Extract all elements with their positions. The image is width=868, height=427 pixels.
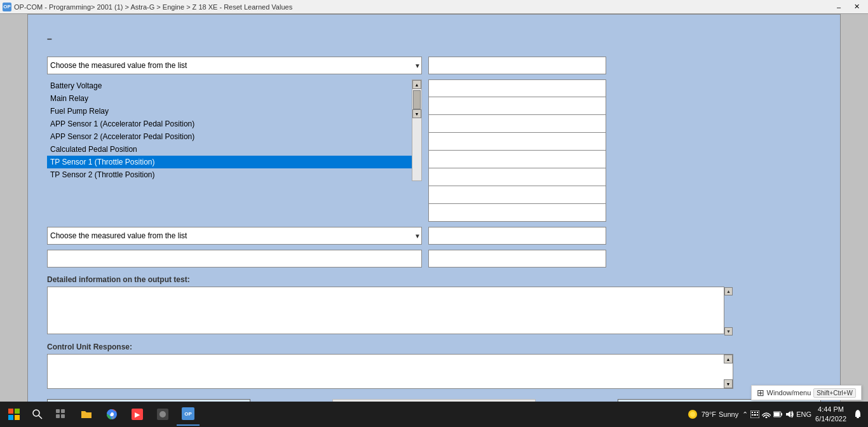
close-button[interactable]: ✕ (848, 1, 865, 13)
detail-section: Detailed information on the output test:… (47, 275, 821, 336)
list-item[interactable]: APP Sensor 1 (Accelerator Pedal Position… (47, 118, 412, 130)
detail-scroll-down-button[interactable]: ▼ (724, 327, 733, 336)
network-icon (762, 410, 771, 418)
text-input-row (47, 250, 821, 268)
svg-rect-20 (754, 412, 756, 413)
title-bar: OP OP-COM - Programming> 2001 (1) > Astr… (0, 0, 868, 14)
control-unit-label: Control Unit Response: (47, 342, 821, 351)
svg-text:▶: ▶ (135, 411, 140, 418)
app-icon: OP (3, 3, 11, 11)
tooltip-text: Window/menu (767, 389, 811, 396)
svg-rect-22 (752, 414, 753, 416)
svg-point-25 (766, 417, 768, 419)
taskbar-icon-task-view[interactable] (50, 403, 72, 426)
taskbar: ▶ OP ⊞ Window/menu Shift+Ctrl+W 79°F Sun… (0, 402, 868, 427)
scroll-up-button[interactable]: ▲ (412, 80, 421, 89)
svg-rect-21 (757, 412, 758, 413)
date-display: 6/14/2022 (815, 414, 846, 424)
svg-rect-1 (15, 409, 20, 414)
value-box-calc (428, 168, 606, 186)
row-second-dropdown: Choose the measured value from the list … (47, 227, 821, 245)
volume-icon (785, 410, 794, 419)
minimize-indicator[interactable]: – (47, 34, 821, 44)
taskbar-icon-app1[interactable]: ▶ (126, 403, 149, 426)
taskbar-icon-app2[interactable] (151, 403, 174, 426)
keyboard-icon (750, 410, 759, 418)
window-menu-tooltip: ⊞ Window/menu Shift+Ctrl+W (751, 385, 862, 400)
list-scrollbar: ▲ ▼ (412, 79, 422, 181)
taskbar-icon-chrome[interactable] (100, 403, 123, 426)
value-box-1 (428, 57, 606, 74)
svg-rect-28 (774, 412, 780, 416)
opcom-taskbar-item[interactable]: OP (177, 403, 200, 426)
list-item[interactable]: Calculated Pedal Position (47, 143, 412, 156)
chevron-up-icon[interactable]: ⌃ (742, 410, 748, 419)
list-item-selected[interactable]: TP Sensor 1 (Throttle Position) (47, 156, 412, 168)
list-box-container: Battery Voltage Main Relay Fuel Pump Rel… (47, 79, 422, 181)
weather-desc: Sunny (719, 410, 738, 418)
value-box-second (428, 227, 606, 245)
svg-rect-24 (757, 414, 758, 416)
taskbar-icon-file-explorer[interactable] (75, 403, 98, 426)
svg-rect-27 (781, 413, 782, 416)
scroll-thumb[interactable] (413, 90, 421, 109)
detail-textarea[interactable] (47, 287, 724, 334)
second-dropdown[interactable]: Choose the measured value from the list (47, 227, 422, 245)
value-box-text (428, 250, 606, 268)
value-box-tp2 (428, 204, 606, 222)
list-item[interactable]: Battery Voltage (47, 79, 412, 92)
response-scroll-up-button[interactable]: ▲ (724, 355, 733, 363)
svg-point-15 (159, 411, 166, 417)
svg-line-5 (39, 416, 42, 419)
value-box-battery (428, 79, 606, 97)
list-item[interactable]: TP Sensor 2 (Throttle Position) (47, 168, 412, 181)
main-window: – Choose the measured value from the lis… (27, 14, 841, 416)
value-box-fuel (428, 115, 606, 133)
svg-point-4 (33, 410, 39, 416)
window-controls: – ✕ (830, 1, 865, 13)
right-value-boxes (428, 79, 606, 222)
text-input-field[interactable] (47, 250, 422, 268)
svg-rect-7 (61, 409, 65, 413)
first-dropdown[interactable]: Choose the measured value from the listB… (47, 57, 422, 74)
row-1: Choose the measured value from the listB… (47, 57, 821, 74)
taskbar-right: ⊞ Window/menu Shift+Ctrl+W 79°F Sunny ⌃ (686, 403, 865, 426)
start-menu-button[interactable] (3, 403, 25, 426)
clock[interactable]: 4:44 PM 6/14/2022 (815, 405, 846, 424)
sys-tray: ⌃ (742, 410, 811, 419)
combined-list-row: Battery Voltage Main Relay Fuel Pump Rel… (47, 79, 821, 222)
detail-textarea-wrap: ▲ ▼ (47, 287, 733, 336)
svg-rect-9 (61, 414, 65, 418)
svg-rect-8 (56, 414, 60, 418)
search-button[interactable] (28, 403, 47, 426)
notification-button[interactable] (850, 403, 865, 426)
svg-rect-23 (754, 414, 756, 416)
list-item[interactable]: Fuel Pump Relay (47, 105, 412, 118)
scroll-down-button[interactable]: ▼ (412, 109, 421, 118)
language-indicator[interactable]: ENG (796, 410, 811, 418)
value-box-relay (428, 97, 606, 115)
value-box-app1 (428, 133, 606, 151)
response-scroll-down-button[interactable]: ▼ (724, 379, 733, 388)
control-unit-section: Control Unit Response: ▲ ▼ (47, 342, 821, 389)
svg-rect-29 (857, 417, 859, 418)
value-box-tp1 (428, 186, 606, 204)
first-dropdown-container: Choose the measured value from the listB… (47, 57, 422, 74)
list-item[interactable]: Main Relay (47, 92, 412, 105)
opcom-icon: OP (182, 407, 194, 420)
shortcut-badge: Shift+Ctrl+W (813, 388, 856, 398)
detail-scroll-up-button[interactable]: ▲ (724, 287, 733, 295)
list-item[interactable]: APP Sensor 2 (Accelerator Pedal Position… (47, 130, 412, 143)
tooltip-icon: ⊞ (757, 388, 764, 398)
time-display: 4:44 PM (815, 405, 846, 414)
battery-icon (773, 410, 782, 418)
svg-rect-6 (56, 409, 60, 413)
second-dropdown-container: Choose the measured value from the list … (47, 227, 422, 245)
svg-point-17 (690, 412, 695, 417)
svg-rect-2 (8, 415, 13, 420)
svg-rect-19 (752, 412, 753, 413)
minimize-button[interactable]: – (830, 1, 848, 13)
svg-rect-0 (8, 409, 13, 414)
control-unit-response-area: ▲ ▼ (47, 354, 733, 389)
value-box-app2 (428, 151, 606, 168)
